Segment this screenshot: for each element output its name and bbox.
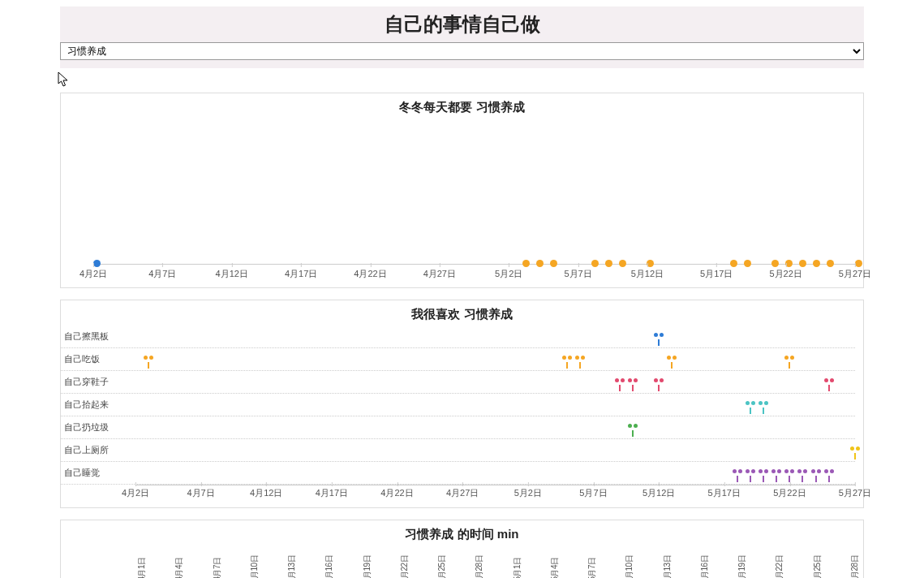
chart1-xtick: 5月7日: [564, 268, 591, 280]
chart1-xtick: 5月22日: [769, 268, 802, 280]
chart2-xtick: 5月22日: [773, 487, 806, 499]
event-marker: [759, 401, 767, 414]
chart3-xtick: 4月25日: [436, 555, 448, 578]
chart2-row: 自己穿鞋子: [61, 371, 855, 394]
chart2-track: [135, 439, 855, 461]
event-marker: [576, 356, 584, 369]
chart2-row-label: 自己上厕所: [64, 444, 122, 456]
chart3-xtick: 4月1日: [136, 557, 148, 578]
event-marker: [812, 469, 820, 482]
chart1-xtick: 4月7日: [148, 268, 176, 280]
event-marker: [629, 378, 637, 391]
chart2-track: [135, 326, 855, 347]
event-marker: [655, 378, 663, 391]
chart3-xtick: 5月16日: [699, 555, 711, 578]
event-marker: [668, 356, 676, 369]
chart3-xtick: 4月7日: [212, 557, 223, 578]
chart3-title: 习惯养成 的时间 min: [61, 520, 863, 546]
chart2-row-label: 自己扔垃圾: [64, 421, 122, 434]
chart3-xtick: 4月10日: [249, 555, 260, 578]
event-marker: [746, 469, 754, 482]
chart1-xtick: 4月27日: [423, 268, 456, 280]
event-marker: [825, 378, 833, 391]
event-marker: [772, 469, 780, 482]
chart2-xtick: 4月12日: [250, 487, 282, 499]
chart2-xtick: 5月7日: [579, 487, 607, 499]
page-title: 自己的事情自己做: [60, 11, 864, 37]
chart3-xtick: 4月13日: [286, 555, 298, 578]
event-marker: [144, 356, 153, 369]
event-marker: [798, 469, 806, 482]
chart1-xtick: 4月22日: [354, 268, 386, 280]
chart3-xtick: 5月13日: [662, 555, 673, 578]
chart3-xtick: 5月1日: [512, 557, 523, 578]
event-marker: [785, 356, 793, 369]
chart2-xtick: 4月22日: [380, 487, 413, 499]
chart3-xtick: 4月16日: [324, 555, 335, 578]
chart2-xtick: 4月17日: [316, 487, 348, 499]
chart1-xtick: 5月17日: [700, 268, 733, 280]
chart2-track: [135, 348, 855, 370]
chart1-xtick: 5月27日: [839, 268, 871, 280]
chart3-xtick: 4月4日: [174, 557, 185, 578]
chart3-panel: 习惯养成 的时间 min 4月1日4月4日4月7日4月10日4月13日4月16日…: [60, 520, 864, 578]
chart1-xtick: 4月17日: [285, 268, 317, 280]
chart1-xtick: 4月2日: [80, 268, 107, 280]
chart2-xtick: 4月27日: [446, 487, 479, 499]
event-marker: [785, 469, 793, 482]
chart3-xtick: 5月28日: [849, 555, 861, 578]
chart1-panel: 冬冬每天都要 习惯养成 4月2日4月7日4月12日4月17日4月22日4月27日…: [60, 93, 864, 288]
chart3-xtick: 5月19日: [737, 555, 748, 578]
chart2-track: [135, 394, 855, 416]
event-marker: [851, 446, 859, 459]
chart2-xaxis: 4月2日4月7日4月12日4月17日4月22日4月27日5月2日5月7日5月12…: [135, 485, 855, 501]
event-marker: [759, 469, 767, 482]
habit-select[interactable]: 习惯养成: [60, 42, 864, 60]
chart3-xtick: 5月22日: [774, 555, 785, 578]
chart2-row: 自己上厕所: [61, 439, 855, 462]
chart2-track: [135, 462, 855, 484]
event-marker: [733, 469, 741, 482]
chart3-xtick: 5月4日: [549, 557, 561, 578]
chart2-row-label: 自己睡觉: [64, 467, 122, 479]
chart2-panel: 我很喜欢 习惯养成 自己擦黑板自己吃饭自己穿鞋子自己拾起来自己扔垃圾自己上厕所自…: [60, 300, 864, 508]
header-bar: 自己的事情自己做 习惯养成: [60, 6, 864, 68]
chart3-xtick: 5月25日: [812, 555, 823, 578]
chart1-xtick: 4月12日: [216, 268, 248, 280]
chart2-row: 自己吃饭: [61, 348, 855, 371]
chart2-row: 自己扔垃圾: [61, 416, 855, 439]
chart1-title: 冬冬每天都要 习惯养成: [61, 93, 863, 119]
chart2-xtick: 5月2日: [514, 487, 542, 499]
chart2-xtick: 4月7日: [187, 487, 215, 499]
chart1-xtick: 5月2日: [495, 268, 522, 280]
chart2-xtick: 5月17日: [708, 487, 741, 499]
chart1-area: 4月2日4月7日4月12日4月17日4月22日4月27日5月2日5月7日5月12…: [69, 119, 855, 281]
chart3-xtick: 5月10日: [624, 555, 635, 578]
chart3-xtick: 4月28日: [474, 555, 485, 578]
event-marker: [563, 356, 571, 369]
chart3-xtick: 5月7日: [587, 557, 598, 578]
chart2-row: 自己睡觉: [61, 462, 855, 485]
chart2-xtick: 5月12日: [643, 487, 675, 499]
event-marker: [825, 469, 833, 482]
chart3-area: 4月1日4月4日4月7日4月10日4月13日4月16日4月19日4月22日4月2…: [69, 546, 855, 578]
chart1-xtick: 5月12日: [631, 268, 664, 280]
chart2-xtick: 5月27日: [839, 487, 871, 499]
chart2-xtick: 4月2日: [122, 487, 149, 499]
chart3-xtick: 4月19日: [362, 555, 373, 578]
chart2-row-label: 自己吃饭: [64, 353, 122, 365]
chart2-row-label: 自己拾起来: [64, 399, 122, 411]
chart2-row-label: 自己擦黑板: [64, 330, 122, 343]
chart2-row-label: 自己穿鞋子: [64, 376, 122, 388]
chart2-row: 自己拾起来: [61, 394, 855, 416]
event-marker: [655, 333, 663, 346]
event-marker: [746, 401, 754, 414]
event-marker: [616, 378, 624, 391]
chart2-track: [135, 416, 855, 438]
event-marker: [629, 424, 637, 437]
chart2-track: [135, 371, 855, 393]
chart2-row: 自己擦黑板: [61, 326, 855, 348]
chart3-xtick: 4月22日: [399, 555, 410, 578]
chart2-title: 我很喜欢 习惯养成: [61, 300, 863, 326]
